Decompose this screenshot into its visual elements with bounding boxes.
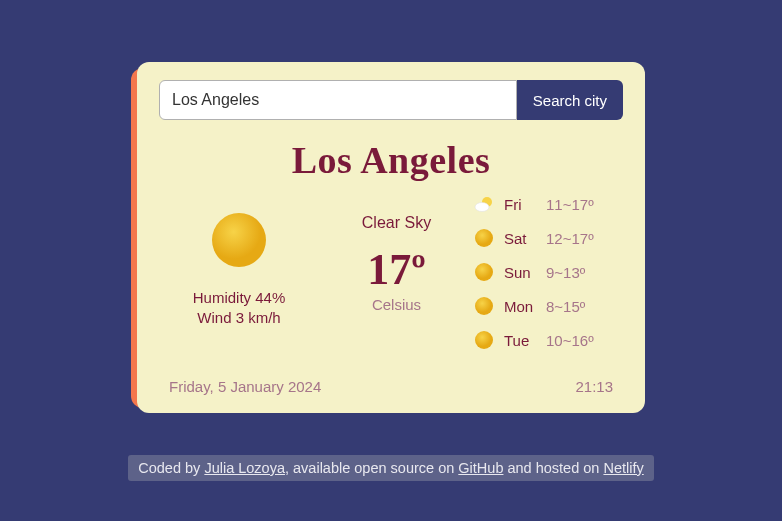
wind-text: Wind 3 km/h [159,308,319,328]
forecast-day: Sat [504,230,536,247]
svg-point-0 [212,213,266,267]
forecast-day: Mon [504,298,536,315]
forecast-day: Fri [504,196,536,213]
forecast-column: Fri11~17ºSat12~17ºSun9~13ºMon8~15ºTue10~… [474,194,623,364]
forecast-day: Tue [504,332,536,349]
footer-credits: Coded by Julia Lozoya, available open so… [128,455,653,481]
sun-icon [474,330,494,350]
time-text: 21:13 [575,378,613,395]
forecast-row: Sat12~17º [474,228,623,248]
forecast-row: Sun9~13º [474,262,623,282]
forecast-row: Mon8~15º [474,296,623,316]
forecast-row: Fri11~17º [474,194,623,214]
forecast-range: 12~17º [546,230,594,247]
current-mid-col: Clear Sky 17º Celsius [319,194,474,313]
city-name: Los Angeles [159,138,623,182]
author-link[interactable]: Julia Lozoya [204,460,285,476]
forecast-range: 8~15º [546,298,585,315]
datetime-row: Friday, 5 January 2024 21:13 [159,378,623,395]
weather-card: Search city Los Angeles Humidity 44% Win… [137,62,645,413]
svg-point-4 [475,263,493,281]
city-search-input[interactable] [159,80,517,120]
sun-icon [211,212,267,268]
forecast-row: Tue10~16º [474,330,623,350]
weather-card-container: Search city Los Angeles Humidity 44% Win… [137,62,645,413]
github-link[interactable]: GitHub [458,460,503,476]
footer-mid1: , available open source on [285,460,458,476]
forecast-range: 11~17º [546,196,594,213]
date-text: Friday, 5 January 2024 [169,378,321,395]
svg-point-3 [475,229,493,247]
forecast-day: Sun [504,264,536,281]
search-row: Search city [159,80,623,120]
sun-icon [474,262,494,282]
main-grid: Humidity 44% Wind 3 km/h Clear Sky 17º C… [159,194,623,364]
sun-icon [474,228,494,248]
svg-point-5 [475,297,493,315]
netlify-link[interactable]: Netlify [603,460,643,476]
footer-prefix: Coded by [138,460,204,476]
svg-point-2 [475,203,489,212]
temperature-value: 17º [319,248,474,292]
current-left-col: Humidity 44% Wind 3 km/h [159,194,319,327]
forecast-range: 9~13º [546,264,585,281]
search-city-button[interactable]: Search city [517,80,623,120]
forecast-range: 10~16º [546,332,594,349]
humidity-text: Humidity 44% [159,288,319,308]
partly-cloudy-icon [474,194,494,214]
footer-mid2: and hosted on [503,460,603,476]
svg-point-6 [475,331,493,349]
sun-icon [474,296,494,316]
temperature-unit: Celsius [319,296,474,313]
condition-text: Clear Sky [319,214,474,232]
